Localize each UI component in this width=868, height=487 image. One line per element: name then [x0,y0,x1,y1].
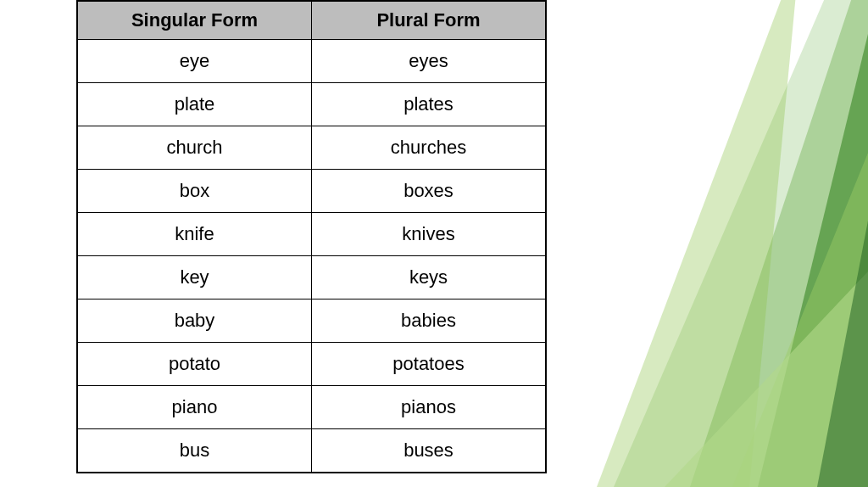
slide: Singular Form Plural Form eye eyes plate… [0,0,868,487]
cell-singular: box [77,170,312,213]
cell-singular: eye [77,40,312,83]
header-singular: Singular Form [77,1,312,40]
table-row: knife knives [77,213,546,256]
cell-singular: potato [77,343,312,386]
cell-singular: bus [77,429,312,473]
cell-plural: boxes [312,170,547,213]
plural-forms-table-wrap: Singular Form Plural Form eye eyes plate… [76,0,547,473]
table-row: bus buses [77,429,546,473]
decorative-triangles [563,0,868,487]
cell-plural: pianos [312,386,547,429]
cell-plural: churches [312,126,547,170]
cell-plural: plates [312,83,547,126]
table-row: plate plates [77,83,546,126]
cell-singular: plate [77,83,312,126]
cell-singular: key [77,256,312,299]
cell-singular: piano [77,386,312,429]
cell-singular: knife [77,213,312,256]
table-row: box boxes [77,170,546,213]
cell-plural: babies [312,299,547,343]
table-row: piano pianos [77,386,546,429]
table-row: eye eyes [77,40,546,83]
cell-plural: potatoes [312,343,547,386]
plural-forms-table: Singular Form Plural Form eye eyes plate… [76,0,547,473]
table-header-row: Singular Form Plural Form [77,1,546,40]
cell-plural: buses [312,429,547,473]
table-row: church churches [77,126,546,170]
cell-singular: church [77,126,312,170]
table-row: potato potatoes [77,343,546,386]
cell-plural: eyes [312,40,547,83]
table-row: key keys [77,256,546,299]
cell-plural: keys [312,256,547,299]
table-row: baby babies [77,299,546,343]
header-plural: Plural Form [312,1,547,40]
cell-singular: baby [77,299,312,343]
cell-plural: knives [312,213,547,256]
